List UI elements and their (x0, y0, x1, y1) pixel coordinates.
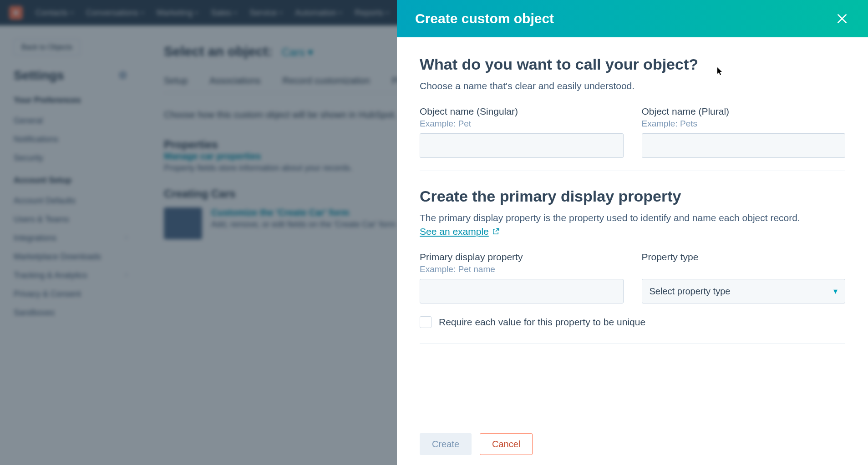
cancel-button[interactable]: Cancel (480, 433, 533, 455)
pdp-input[interactable] (420, 279, 624, 303)
panel-title: Create custom object (415, 11, 554, 26)
plural-input[interactable] (642, 133, 846, 158)
pdp-hint: Example: Pet name (420, 264, 624, 274)
panel-body: What do you want to call your object? Ch… (397, 37, 868, 420)
question-pdp-help: The primary display property is the prop… (420, 212, 845, 223)
singular-input[interactable] (420, 133, 624, 158)
pdp-label: Primary display property (420, 252, 624, 263)
ptype-spacer (642, 264, 846, 274)
panel-footer: Create Cancel (397, 420, 868, 465)
create-button[interactable]: Create (420, 433, 472, 455)
question-name: What do you want to call your object? (420, 56, 845, 73)
ptype-placeholder: Select property type (650, 286, 731, 297)
ptype-label: Property type (642, 252, 846, 263)
divider (420, 344, 845, 344)
chevron-down-icon: ▾ (833, 286, 838, 296)
plural-label: Object name (Plural) (642, 106, 846, 117)
singular-hint: Example: Pet (420, 119, 624, 129)
singular-label: Object name (Singular) (420, 106, 624, 117)
panel-header: Create custom object (397, 0, 868, 37)
question-pdp: Create the primary display property (420, 187, 845, 205)
unique-checkbox[interactable] (420, 316, 431, 328)
close-button[interactable] (834, 11, 850, 26)
ptype-select[interactable]: Select property type ▾ (642, 279, 846, 303)
plural-hint: Example: Pets (642, 119, 846, 129)
close-icon (836, 13, 848, 25)
unique-checkbox-label: Require each value for this property to … (439, 317, 645, 328)
create-custom-object-panel: Create custom object What do you want to… (397, 0, 868, 465)
external-link-icon (492, 227, 500, 236)
divider (420, 171, 845, 171)
question-name-help: Choose a name that's clear and easily un… (420, 81, 845, 91)
see-example-link[interactable]: See an example (420, 226, 500, 237)
